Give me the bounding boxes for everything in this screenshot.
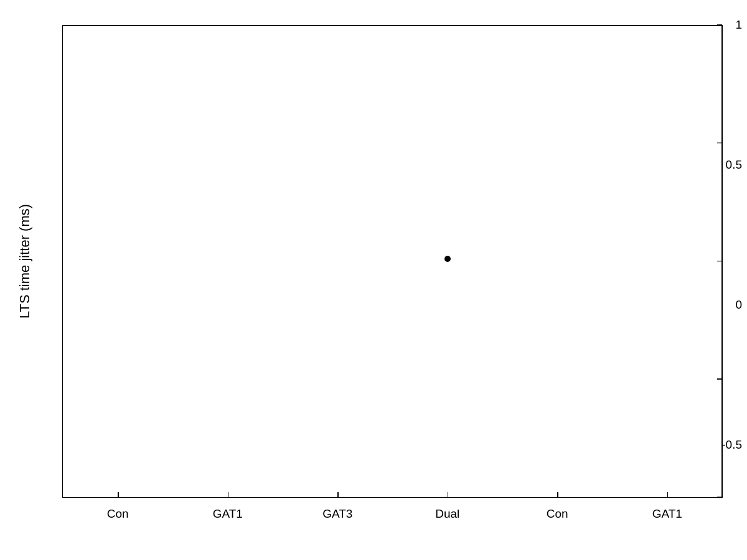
x-label-gat3: GAT3 [322,507,352,521]
x-tick-5 [557,492,558,497]
y-label-0: 0 [735,298,742,312]
y-label-n05: -0.5 [721,438,742,452]
x-label-con1: Con [107,507,129,521]
x-label-con2: Con [547,507,568,521]
x-label-gat1-2: GAT1 [652,507,682,521]
x-tick-4 [448,492,449,497]
y-tick-1 [717,24,722,26]
y-label-1: 1 [735,18,742,32]
y-axis-label-container: LTS time jitter (ms) [6,25,44,498]
x-tick-2 [228,492,229,497]
y-tick-n1 [717,497,722,498]
y-label-05: 0.5 [726,158,742,172]
chart-area: Con GAT1 GAT3 Dual Con GAT1 [62,25,722,498]
y-tick-05 [717,142,722,144]
chart-container: LTS time jitter (ms) Con GAT1 GAT3 Dual … [0,0,747,560]
x-tick-3 [337,492,339,497]
x-label-dual: Dual [435,507,459,521]
data-point-dual [444,256,451,262]
x-tick-1 [118,492,119,497]
x-tick-6 [667,492,669,497]
y-tick-0 [717,261,722,262]
x-label-gat1: GAT1 [213,507,243,521]
y-axis-label: LTS time jitter (ms) [17,204,33,319]
y-tick-n05 [717,379,722,380]
